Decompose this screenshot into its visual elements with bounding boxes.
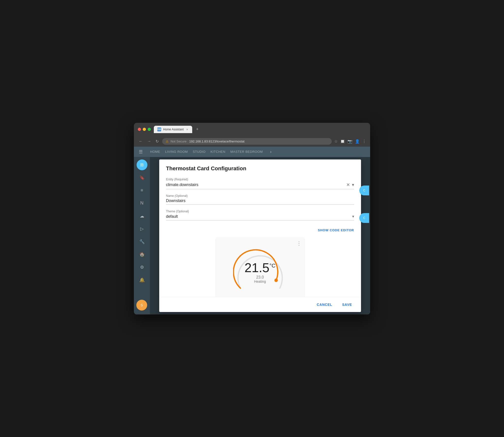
entity-field: Entity (Required) ✕ ▾ [166,178,354,189]
tab-favicon-icon: HA [157,127,161,131]
extension-icon-2[interactable]: 📷 [347,139,352,144]
card-menu-button[interactable]: ⋮ [297,240,301,246]
save-button[interactable]: SAVE [338,300,356,309]
sidebar-item-overview[interactable]: ⊞ [137,159,147,170]
nav-kitchen[interactable]: KITCHEN [210,150,225,154]
thermostat-display: 21.5°C 23.0 Heating 🔥 [220,241,300,297]
browser-content: ☰ HOME LIVING ROOM STUDIO KITCHEN MASTER… [134,147,370,314]
reload-button[interactable]: ↻ [155,138,160,145]
name-field: Name (Optional) [166,194,354,205]
name-label: Name (Optional) [166,194,354,198]
address-url: 192.168.1.83:8123/lovelace/thermostat [189,140,245,143]
sidebar-item-5[interactable]: ☁ [137,211,147,221]
address-text: Not Secure | 192.168.1.83:8123/lovelace/… [171,140,244,143]
modal-body: Entity (Required) ✕ ▾ [159,176,361,297]
sidebar-item-8[interactable]: 🏠 [137,249,147,260]
heating-status: Heating [245,279,276,283]
window-controls [138,128,151,131]
toolbar-icons: ☆ 🔲 📷 👤 ⋮ [334,139,366,144]
theme-dropdown-icon: ▾ [352,214,354,219]
sidebar-item-2[interactable]: 🔖 [137,172,147,183]
theme-select[interactable]: default [166,214,352,218]
ha-layout: ⊞ 🔖 ≡ N ☁ ▷ 🔧 🏠 ⚙ 🔔 S The [134,157,370,314]
sidebar-item-6[interactable]: ▷ [137,223,147,234]
ha-sidebar: ⊞ 🔖 ≡ N ☁ ▷ 🔧 🏠 ⚙ 🔔 S [134,157,150,314]
nav-home[interactable]: HOME [150,150,160,154]
address-bar-row: ← → ↻ ⚠ Not Secure | 192.168.1.83:8123/l… [134,136,370,147]
extension-icon-1[interactable]: 🔲 [340,139,345,144]
show-code-editor-area: SHOW CODE EDITOR [166,225,354,235]
ha-user-button[interactable]: S [136,300,147,311]
ha-menu-icon[interactable]: ☰ [139,149,143,155]
sidebar-item-10[interactable]: 🔔 [137,275,147,285]
thermostat-config-modal: Thermostat Card Configuration Entity (Re… [159,159,361,312]
address-bar[interactable]: ⚠ Not Secure | 192.168.1.83:8123/lovelac… [162,138,332,145]
new-tab-button[interactable]: + [194,126,201,133]
thermostat-preview-area: ⋮ [166,235,354,297]
modal-header: Thermostat Card Configuration [159,159,361,176]
modal-footer: CANCEL SAVE [159,297,361,312]
security-label: Not Secure [171,140,187,143]
tab-title: Home Assistant [163,128,184,131]
tab-bar: HA Home Assistant × + [154,126,366,133]
entity-input[interactable] [166,183,346,187]
target-temperature: 23.0 [245,275,276,279]
theme-label: Theme (Optional) [166,210,354,213]
entity-clear-button[interactable]: ✕ [346,182,350,187]
thermostat-circle: 21.5°C 23.0 Heating [233,246,287,297]
modal-overlay: Thermostat Card Configuration Entity (Re… [150,157,370,314]
menu-icon[interactable]: ⋮ [362,139,366,144]
theme-select-wrapper: default ▾ [166,214,354,220]
entity-label: Entity (Required) [166,178,354,181]
right-panel-button-1[interactable]: C [359,186,369,195]
ha-nav-items: HOME LIVING ROOM STUDIO KITCHEN MASTER B… [150,150,263,154]
ha-navbar: ☰ HOME LIVING ROOM STUDIO KITCHEN MASTER… [134,147,370,157]
nav-more-icon[interactable]: › [270,150,271,154]
entity-input-icons: ✕ ▾ [346,182,354,187]
browser-tab[interactable]: HA Home Assistant × [154,126,192,133]
cancel-button[interactable]: CANCEL [313,300,336,309]
sidebar-item-3[interactable]: ≡ [137,185,147,196]
nav-master-bedroom[interactable]: MASTER BEDROOM [230,150,263,154]
nav-studio[interactable]: STUDIO [193,150,205,154]
browser-window: HA Home Assistant × + ← → ↻ ⚠ Not Secure… [134,123,370,314]
temp-unit: °C [269,263,276,269]
entity-input-wrapper: ✕ ▾ [166,182,354,189]
ha-main: Thermostat Card Configuration Entity (Re… [150,157,370,314]
bookmark-icon[interactable]: ☆ [334,139,338,144]
theme-field: Theme (Optional) default ▾ [166,210,354,220]
sidebar-item-4[interactable]: N [137,198,147,209]
entity-dropdown-button[interactable]: ▾ [352,182,354,187]
close-window-button[interactable] [138,128,141,131]
temp-info: 21.5°C 23.0 Heating [245,261,276,283]
right-panel-button-2[interactable]: C [359,213,369,223]
sidebar-item-9[interactable]: ⚙ [137,262,147,273]
maximize-window-button[interactable] [148,128,151,131]
forward-button[interactable]: → [146,138,152,144]
nav-living-room[interactable]: LIVING ROOM [165,150,188,154]
thermostat-card: ⋮ [216,237,304,297]
current-temperature: 21.5°C [245,261,276,274]
browser-titlebar: HA Home Assistant × + [134,123,370,136]
name-input-wrapper [166,199,354,205]
back-button[interactable]: ← [138,138,144,144]
name-input[interactable] [166,199,354,203]
minimize-window-button[interactable] [143,128,146,131]
sidebar-item-7[interactable]: 🔧 [137,236,147,247]
security-warning-icon: ⚠ [166,140,169,143]
right-panel-buttons: C C [359,186,370,223]
profile-icon[interactable]: 👤 [355,139,360,144]
close-tab-button[interactable]: × [186,127,189,131]
modal-title: Thermostat Card Configuration [166,165,354,172]
show-code-editor-button[interactable]: SHOW CODE EDITOR [318,228,354,232]
